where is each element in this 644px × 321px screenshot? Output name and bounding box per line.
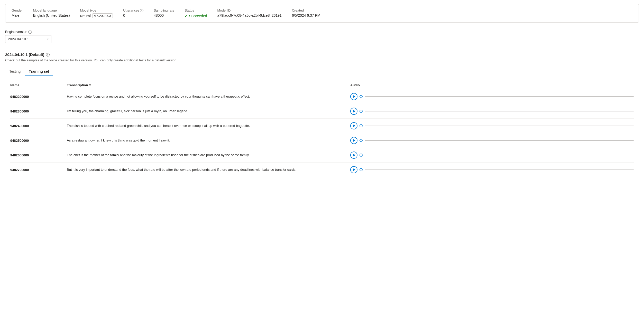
status-label: Status xyxy=(185,8,207,12)
meta-model-language: Model language English (United States) xyxy=(33,8,70,18)
model-language-label: Model language xyxy=(33,8,70,12)
utterances-value: 0 xyxy=(123,13,143,17)
play-button-1[interactable] xyxy=(350,108,357,115)
tab-training-set[interactable]: Training set xyxy=(25,67,53,76)
audio-player-3 xyxy=(350,137,634,144)
audio-track-4[interactable] xyxy=(365,155,634,155)
gender-label: Gender xyxy=(12,8,23,12)
table-body: 9482200000 Having complete focus on a re… xyxy=(10,89,634,177)
model-id-value: a79fadc9-7d08-4a5d-a2bf-6dce8ff26191 xyxy=(217,13,281,17)
utterances-info-icon[interactable]: i xyxy=(140,9,143,12)
sampling-rate-label: Sampling rate xyxy=(154,8,174,12)
meta-sampling-rate: Sampling rate 48000 xyxy=(154,8,174,18)
model-type-badge: V7.2023.03 xyxy=(92,13,113,18)
created-value: 6/5/2024 6:37 PM xyxy=(292,13,320,17)
audio-track-1[interactable] xyxy=(365,111,634,111)
engine-select[interactable]: 2024.04.10.1 ▾ xyxy=(5,35,51,43)
meta-status: Status ✓ Succeeded xyxy=(185,8,207,18)
version-info-icon[interactable]: i xyxy=(46,53,50,56)
play-triangle-icon xyxy=(353,154,355,157)
model-type-value: Neural V7.2023.03 xyxy=(80,13,113,18)
play-button-0[interactable] xyxy=(350,93,357,100)
meta-gender: Gender Male xyxy=(12,8,23,18)
audio-player-5 xyxy=(350,166,634,173)
meta-utterances: Utterances i 0 xyxy=(123,8,143,18)
table-row: 9482300000 I'm telling you, the charming… xyxy=(10,104,634,119)
audio-player-0 xyxy=(350,93,634,100)
header-transcription[interactable]: Transcription ∨ xyxy=(67,83,350,87)
row-transcription-2: The dish is topped with crushed red and … xyxy=(67,123,350,128)
row-name-5: 9482700000 xyxy=(10,168,67,172)
row-name-2: 9482400000 xyxy=(10,124,67,128)
row-name-0: 9482200000 xyxy=(10,95,67,99)
tabs-container: Testing Training set xyxy=(5,67,639,76)
audio-position-1[interactable] xyxy=(360,110,363,113)
audio-position-0[interactable] xyxy=(360,95,363,98)
created-label: Created xyxy=(292,8,320,12)
utterances-label: Utterances i xyxy=(123,8,143,12)
gender-value: Male xyxy=(12,13,23,17)
model-type-prefix: Neural xyxy=(80,14,91,18)
table-row: 9482500000 As a restaurant owner, I knew… xyxy=(10,133,634,148)
table-row: 9482700000 But it is very important to u… xyxy=(10,163,634,177)
row-name-1: 9482300000 xyxy=(10,109,67,113)
audio-player-1 xyxy=(350,108,634,115)
audio-position-3[interactable] xyxy=(360,139,363,142)
row-transcription-3: As a restaurant owner, I knew this thing… xyxy=(67,138,350,143)
play-triangle-icon xyxy=(353,139,355,142)
audio-player-4 xyxy=(350,152,634,159)
metadata-card: Gender Male Model language English (Unit… xyxy=(5,4,639,23)
meta-model-type: Model type Neural V7.2023.03 xyxy=(80,8,113,18)
table-container: Name Transcription ∨ Audio 9482200000 Ha… xyxy=(5,81,639,177)
play-triangle-icon xyxy=(353,168,355,171)
tab-testing[interactable]: Testing xyxy=(5,67,25,76)
audio-track-3[interactable] xyxy=(365,140,634,141)
chevron-down-icon: ▾ xyxy=(47,38,49,41)
engine-section: Engine version i 2024.04.10.1 ▾ xyxy=(0,27,644,47)
table-row: 9482200000 Having complete focus on a re… xyxy=(10,89,634,104)
header-name: Name xyxy=(10,83,67,87)
audio-player-2 xyxy=(350,122,634,129)
engine-label: Engine version i xyxy=(5,30,639,34)
play-button-4[interactable] xyxy=(350,152,357,159)
version-desc: Check out the samples of the voice creat… xyxy=(5,58,639,62)
audio-position-2[interactable] xyxy=(360,124,363,127)
row-transcription-4: The chef is the mother of the family and… xyxy=(67,153,350,158)
sort-icon: ∨ xyxy=(89,83,91,87)
play-triangle-icon xyxy=(353,124,355,127)
engine-select-value: 2024.04.10.1 xyxy=(8,37,29,41)
model-type-label: Model type xyxy=(80,8,113,12)
table-row: 9482600000 The chef is the mother of the… xyxy=(10,148,634,163)
play-button-2[interactable] xyxy=(350,122,357,129)
row-name-3: 9482500000 xyxy=(10,139,67,143)
play-button-5[interactable] xyxy=(350,166,357,173)
header-audio: Audio xyxy=(350,83,634,87)
row-transcription-0: Having complete focus on a recipe and no… xyxy=(67,94,350,99)
audio-track-0[interactable] xyxy=(365,96,634,97)
meta-created: Created 6/5/2024 6:37 PM xyxy=(292,8,320,18)
play-triangle-icon xyxy=(353,95,355,98)
check-icon: ✓ xyxy=(185,13,188,18)
version-section: 2024.04.10.1 (Default) i Check out the s… xyxy=(0,47,644,177)
audio-position-4[interactable] xyxy=(360,154,363,157)
model-language-value: English (United States) xyxy=(33,13,70,17)
row-transcription-1: I'm telling you, the charming, graceful,… xyxy=(67,109,350,114)
meta-model-id: Model ID a79fadc9-7d08-4a5d-a2bf-6dce8ff… xyxy=(217,8,281,18)
table-header: Name Transcription ∨ Audio xyxy=(10,81,634,89)
play-triangle-icon xyxy=(353,110,355,113)
row-name-4: 9482600000 xyxy=(10,153,67,157)
version-title: 2024.04.10.1 (Default) i xyxy=(5,52,639,57)
audio-track-2[interactable] xyxy=(365,126,634,126)
play-button-3[interactable] xyxy=(350,137,357,144)
model-id-label: Model ID xyxy=(217,8,281,12)
audio-position-5[interactable] xyxy=(360,168,363,171)
row-transcription-5: But it is very important to understand t… xyxy=(67,167,350,172)
status-value: ✓ Succeeded xyxy=(185,13,207,18)
engine-info-icon[interactable]: i xyxy=(28,30,32,34)
sampling-rate-value: 48000 xyxy=(154,13,174,17)
audio-track-5[interactable] xyxy=(365,169,634,170)
table-row: 9482400000 The dish is topped with crush… xyxy=(10,119,634,133)
